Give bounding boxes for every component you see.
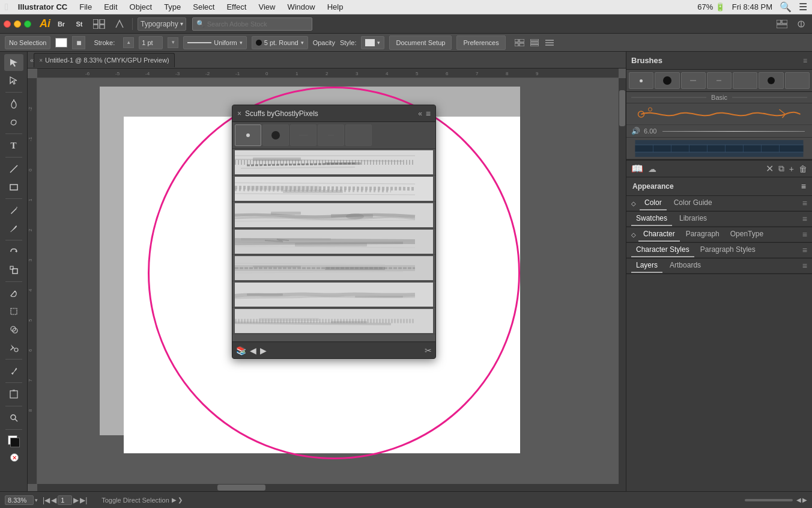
fill-none-btn[interactable]: ■ [72,36,85,49]
preferences-btn[interactable]: Preferences [456,35,505,50]
menu-type[interactable]: Type [162,2,183,11]
duplicate-panel-icon[interactable]: ⧉ [778,164,784,174]
brush-panel-close-btn[interactable]: × [237,109,241,118]
swatches-tab[interactable]: Swatches [631,212,672,226]
type-tool-btn[interactable]: T [4,137,23,154]
brush-item-1[interactable] [232,149,435,176]
menu-effect[interactable]: Effect [224,2,249,11]
customize-toolbar-btn[interactable] [794,17,808,31]
search-adobe-stock-input[interactable] [207,20,303,28]
opentype-tab[interactable]: OpenType [726,227,768,242]
brush-type-dot-large[interactable] [262,124,289,146]
appearance-menu-icon[interactable]: ≡ [801,182,806,191]
maximize-window-btn[interactable] [24,20,31,28]
brush-tool-btn[interactable] [4,220,23,237]
character-menu-icon[interactable]: ≡ [802,230,807,239]
zoom-chevron-icon[interactable]: ▾ [35,497,38,503]
brush-item-6[interactable] [232,281,435,308]
direct-selection-tool-btn[interactable] [4,72,23,89]
layers-tab[interactable]: Layers [631,259,662,273]
char-styles-menu-icon[interactable]: ≡ [802,245,807,255]
zoom-tool-btn[interactable] [4,409,23,426]
minimize-window-btn[interactable] [14,20,21,28]
preset-dot-large[interactable] [655,72,679,89]
brush-options-btn[interactable]: ✂ [425,346,432,355]
brush-row-dark[interactable] [626,138,812,159]
brush-panel-menu-btn[interactable]: ≡ [426,109,431,118]
arrange-options-btn[interactable] [543,36,556,49]
vertical-scrollbar[interactable] [619,78,626,484]
bridge-btn[interactable]: Br [54,17,68,31]
page-input[interactable] [58,495,72,505]
status-left-arrow[interactable]: ◀ [796,497,801,503]
zoom-slider[interactable] [745,499,793,501]
cloud-panel-icon[interactable]: ☁ [648,164,656,174]
stroke-up-btn[interactable]: ▲ [123,37,134,48]
selection-tool-btn[interactable] [4,54,23,71]
shape-builder-btn[interactable] [4,321,23,338]
remove-panel-icon[interactable]: ✕ [766,163,774,174]
color-fill-btn[interactable] [5,433,22,450]
pen-tool-btn[interactable] [4,96,23,112]
warp-tool-btn[interactable] [4,285,23,302]
para-styles-tab[interactable]: Paragraph Styles [695,243,760,257]
eyedropper-btn[interactable] [4,363,23,379]
preset-dash-short[interactable] [707,72,732,89]
apple-menu[interactable]:  [5,2,8,13]
character-tab[interactable]: Character [638,227,680,242]
brush-item-5[interactable] [232,255,435,281]
fill-color-box[interactable] [55,38,67,47]
brush-list[interactable] [232,149,435,341]
document-tab[interactable]: × Untitled-1 @ 8.33% (CMYK/GPU Preview) [34,53,175,67]
pencil-tool-btn[interactable] [4,202,23,219]
char-styles-tab[interactable]: Character Styles [631,243,694,257]
prev-page-btn[interactable]: ◀ [51,496,56,504]
workspace-selector[interactable]: Typography ▾ [138,17,186,31]
brush-item-3[interactable] [232,202,435,228]
swatches-menu-icon[interactable]: ≡ [802,214,807,224]
free-transform-btn[interactable] [4,303,23,320]
arrange-grid-btn[interactable] [513,36,526,49]
style-dropdown[interactable]: ▾ [361,36,384,49]
brush-item-4[interactable] [232,228,435,255]
brush-row-orange[interactable] [626,103,812,125]
arrange-btn[interactable] [90,17,108,31]
notification-icon[interactable]: ☰ [799,1,807,13]
selection-dropdown[interactable]: No Selection [5,36,50,49]
search-icon[interactable]: 🔍 [780,1,792,13]
line-tool-btn[interactable] [4,161,23,177]
brush-panel-collapse-btn[interactable]: « [418,109,422,118]
color-section-menu-icon[interactable]: ≡ [802,198,807,208]
zoom-input[interactable] [5,495,34,505]
brush-type-dot-small[interactable] [235,124,261,146]
brush-size-dropdown[interactable]: 5 pt. Round ▾ [252,36,308,49]
menu-object[interactable]: Object [127,2,155,11]
v-scroll-thumb[interactable] [619,90,625,126]
status-play-icon[interactable]: ▶ [172,497,177,503]
appearance-header[interactable]: Appearance ≡ [626,177,812,195]
paragraph-tab[interactable]: Paragraph [681,227,724,242]
tab-close-btn[interactable]: × [39,57,43,64]
brush-prev-btn[interactable]: ◀ [250,346,256,355]
menu-view[interactable]: View [256,2,277,11]
delete-panel-icon[interactable]: 🗑 [799,164,807,174]
menu-edit[interactable]: Edit [102,2,120,11]
menu-select[interactable]: Select [190,2,217,11]
stroke-down-btn[interactable]: ▼ [168,37,178,48]
artboards-tab[interactable]: Artboards [665,259,706,273]
arrange-list-btn[interactable] [528,36,541,49]
status-chevron-right-icon[interactable]: ❯ [178,497,183,503]
brushes-menu-icon[interactable]: ≡ [803,57,807,65]
close-window-btn[interactable] [4,20,11,28]
first-page-btn[interactable]: |◀ [43,496,50,504]
brush-type-empty[interactable] [345,124,372,146]
preset-dot-black[interactable] [759,72,783,89]
color-tab[interactable]: Color [640,196,667,210]
stroke-type-dropdown[interactable]: Uniform ▾ [183,36,247,49]
add-panel-icon[interactable]: + [789,164,794,174]
status-right-arrow[interactable]: ▶ [802,497,807,503]
preset-dash-tiny[interactable] [681,72,706,89]
canvas-viewport[interactable]: -6 -5 -4 -3 -2 -1 0 1 2 3 4 5 6 7 8 9 [28,69,626,491]
menu-file[interactable]: File [77,2,94,11]
last-page-btn[interactable]: ▶| [80,496,87,504]
